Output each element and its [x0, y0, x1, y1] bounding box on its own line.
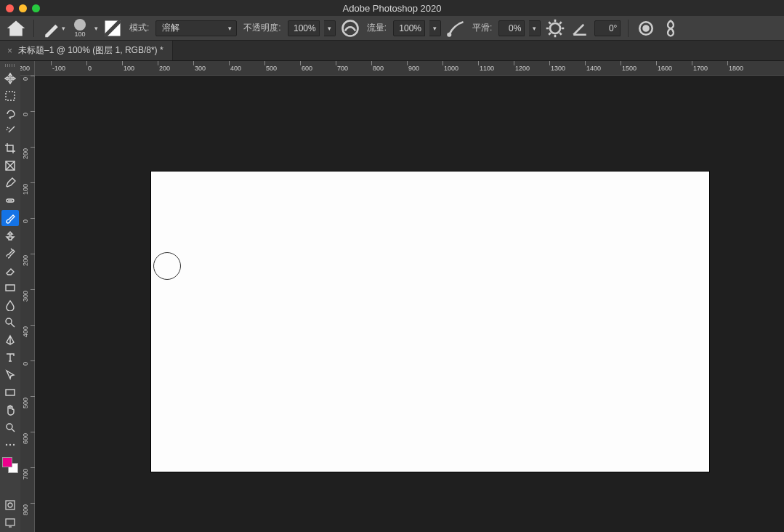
ruler-v-label: 600 — [22, 433, 29, 444]
svg-point-1 — [342, 20, 357, 36]
close-icon[interactable]: × — [7, 46, 12, 56]
ruler-h-label: 400 — [230, 65, 241, 72]
magic-wand-tool[interactable] — [1, 123, 19, 139]
document-tab-label: 未标题–1 @ 100% (图层 1, RGB/8*) * — [18, 44, 163, 57]
brush-settings-button[interactable] — [102, 19, 123, 38]
svg-rect-6 — [6, 92, 15, 100]
angle-icon — [570, 19, 590, 38]
svg-point-14 — [9, 444, 11, 446]
smoothing-dropdown[interactable]: ▾ — [529, 20, 541, 36]
svg-rect-9 — [6, 285, 15, 291]
ruler-v-label: 200 — [22, 255, 29, 266]
window-max-button[interactable] — [32, 4, 40, 12]
ruler-h-label: 1500 — [622, 65, 637, 72]
viewport[interactable] — [35, 76, 784, 532]
opacity-label: 不透明度: — [243, 22, 280, 34]
ruler-h-label: 0 — [88, 65, 92, 72]
history-brush-tool[interactable] — [1, 245, 19, 261]
ruler-vertical[interactable]: 0020010002003004000500600700800900 — [20, 76, 35, 532]
path-select-tool[interactable] — [1, 367, 19, 383]
canvas[interactable] — [151, 172, 709, 472]
ruler-h-label: 600 — [302, 65, 312, 72]
smoothing-value-input[interactable]: 0% — [498, 20, 525, 36]
options-bar: ▾ 100 ▾ 模式: 溶解 不透明度: 100% ▾ 流量: 100% ▾ 平… — [0, 16, 784, 41]
tool-preset-button[interactable] — [41, 19, 62, 38]
ruler-h-label: 500 — [266, 65, 277, 72]
grip-icon[interactable] — [5, 64, 15, 67]
ruler-v-label: 0 — [22, 77, 29, 81]
frame-tool[interactable] — [1, 158, 19, 174]
airbrush-icon[interactable] — [445, 19, 466, 38]
ruler-h-label: 1800 — [729, 65, 743, 72]
ruler-horizontal[interactable]: -200-10001002003004005006007008009001000… — [35, 61, 784, 76]
gradient-tool[interactable] — [1, 280, 19, 296]
blend-mode-select[interactable]: 溶解 — [155, 20, 237, 36]
opacity-value-input[interactable]: 100% — [288, 20, 320, 36]
move-tool[interactable] — [1, 70, 19, 86]
marquee-tool[interactable] — [1, 88, 19, 104]
spot-heal-tool[interactable] — [1, 193, 19, 209]
svg-point-5 — [644, 25, 649, 31]
fg-color[interactable] — [2, 457, 12, 467]
rectangle-tool[interactable] — [1, 384, 19, 400]
angle-value-input[interactable]: 0° — [594, 20, 621, 36]
ruler-v-label: 400 — [22, 326, 29, 337]
ruler-h-label: 900 — [408, 65, 419, 72]
lasso-tool[interactable] — [1, 105, 19, 121]
ruler-h-label: 100 — [124, 65, 134, 72]
tab-bar: × 未标题–1 @ 100% (图层 1, RGB/8*) * — [0, 41, 784, 61]
window-close-button[interactable] — [6, 4, 14, 12]
pressure-size-icon[interactable] — [636, 19, 656, 38]
window-min-button[interactable] — [19, 4, 27, 12]
ruler-h-label: 700 — [337, 65, 348, 72]
svg-rect-16 — [6, 501, 15, 509]
svg-point-3 — [550, 23, 560, 33]
ruler-v-label: 300 — [22, 291, 29, 302]
ruler-h-label: 1000 — [444, 65, 458, 72]
clone-tool[interactable] — [1, 227, 19, 243]
crop-tool[interactable] — [1, 140, 19, 156]
flow-dropdown[interactable]: ▾ — [429, 20, 441, 36]
flow-value-input[interactable]: 100% — [393, 20, 425, 36]
ruler-v-label: 0 — [22, 113, 29, 116]
ruler-h-label: 1100 — [480, 65, 494, 72]
pressure-opacity-icon[interactable] — [340, 19, 360, 38]
ruler-h-label: 1700 — [693, 65, 708, 72]
svg-point-17 — [8, 503, 12, 507]
color-swatch[interactable] — [2, 457, 18, 473]
eraser-tool[interactable] — [1, 262, 19, 278]
hand-tool[interactable] — [1, 402, 19, 418]
ruler-h-label: 1600 — [658, 65, 672, 72]
smoothing-label: 平滑: — [472, 22, 492, 34]
ruler-h-label: 1300 — [551, 65, 565, 72]
brush-cursor-icon — [153, 252, 181, 280]
dodge-tool[interactable] — [1, 315, 19, 331]
type-tool[interactable] — [1, 350, 19, 366]
eyedropper-tool[interactable] — [1, 175, 19, 191]
svg-rect-11 — [6, 390, 15, 395]
ruler-v-label: 100 — [22, 184, 29, 195]
svg-point-13 — [6, 444, 7, 446]
ruler-v-label: 200 — [22, 148, 29, 159]
document-tab[interactable]: × 未标题–1 @ 100% (图层 1, RGB/8*) * — [0, 41, 173, 60]
screenmode-button[interactable] — [1, 515, 19, 531]
ruler-v-label: 800 — [22, 504, 29, 515]
mode-label: 模式: — [129, 22, 149, 34]
app-title: Adobe Photoshop 2020 — [343, 3, 442, 14]
blur-tool[interactable] — [1, 297, 19, 313]
quickmask-button[interactable] — [1, 497, 19, 513]
ruler-h-label: -200 — [20, 65, 30, 72]
tools-panel — [0, 61, 20, 532]
brush-preview[interactable]: 100 — [70, 17, 90, 40]
ruler-h-label: 800 — [373, 65, 384, 72]
home-button[interactable] — [6, 19, 26, 38]
symmetry-icon[interactable] — [660, 19, 681, 38]
pen-tool[interactable] — [1, 332, 19, 348]
svg-point-10 — [6, 318, 12, 324]
brush-tool[interactable] — [1, 210, 19, 226]
edit-toolbar-button[interactable] — [1, 437, 19, 453]
zoom-tool[interactable] — [1, 419, 19, 435]
smoothing-options-icon[interactable] — [545, 19, 565, 38]
opacity-dropdown[interactable]: ▾ — [324, 20, 336, 36]
ruler-h-label: -100 — [52, 65, 65, 72]
